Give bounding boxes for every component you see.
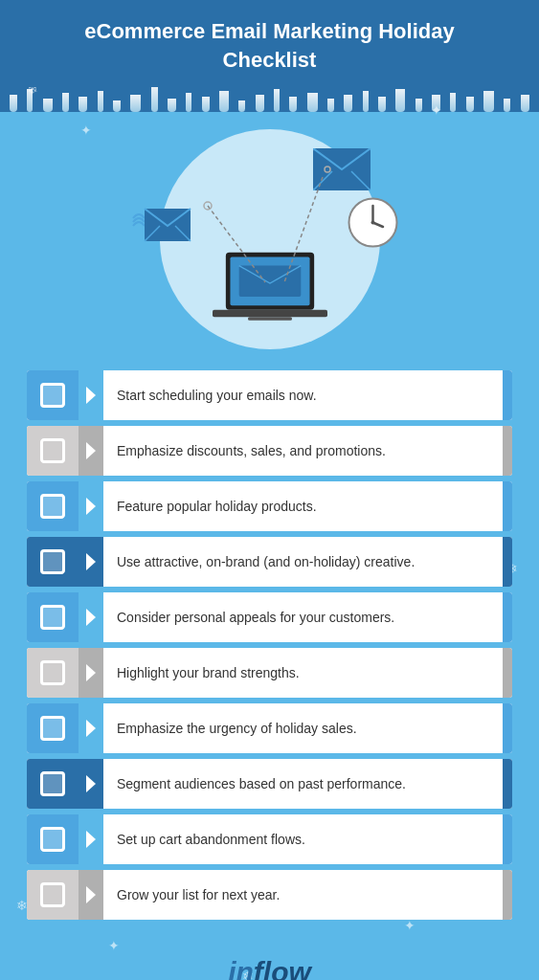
arrow-icon (79, 592, 103, 642)
list-item: Start scheduling your emails now. (27, 370, 512, 420)
checkbox-area[interactable] (27, 370, 79, 420)
checkbox[interactable] (40, 383, 65, 408)
checkbox-area[interactable] (27, 759, 79, 809)
list-item: Emphasize discounts, sales, and promotio… (27, 426, 512, 476)
right-tab (503, 481, 512, 531)
arrow-shape (86, 831, 96, 848)
list-item: Segment audiences based on past performa… (27, 759, 512, 809)
arrow-shape (86, 886, 96, 903)
circle-background (160, 129, 380, 349)
checkbox[interactable] (40, 549, 65, 574)
item-label: Use attractive, on-brand (and on-holiday… (103, 542, 503, 584)
right-tab (503, 870, 512, 920)
checkbox[interactable] (40, 660, 65, 685)
arrow-shape (86, 387, 96, 404)
icicles-top (0, 87, 539, 112)
checkbox[interactable] (40, 882, 65, 907)
arrow-shape (86, 720, 96, 737)
list-item: Use attractive, on-brand (and on-holiday… (27, 537, 512, 587)
svg-line-19 (284, 177, 323, 282)
arrow-shape (86, 609, 96, 626)
right-tab (503, 703, 512, 753)
checkbox[interactable] (40, 438, 65, 463)
checkbox-area[interactable] (27, 648, 79, 698)
checkbox-area[interactable] (27, 481, 79, 531)
arrow-icon (79, 759, 103, 809)
item-label: Consider personal appeals for your custo… (103, 597, 503, 639)
right-tab (503, 537, 512, 587)
item-label: Segment audiences based on past performa… (103, 764, 503, 806)
arrow-shape (86, 775, 96, 792)
right-tab (503, 426, 512, 476)
footer: inflow Attract. Convert. Grow. (0, 941, 539, 980)
brand-logo: inflow (0, 956, 539, 980)
arrow-icon (79, 370, 103, 420)
list-item: Grow your list for next year. (27, 870, 512, 920)
list-item: Set up cart abandonment flows. (27, 814, 512, 864)
list-item: Highlight your brand strengths. (27, 648, 512, 698)
checkbox[interactable] (40, 605, 65, 630)
svg-line-18 (208, 206, 265, 282)
arrow-shape (86, 664, 96, 681)
list-item: Feature popular holiday products. (27, 481, 512, 531)
checkbox-area[interactable] (27, 703, 79, 753)
checkbox-area[interactable] (27, 870, 79, 920)
page-title: eCommerce Email Marketing Holiday Checkl… (38, 17, 501, 74)
checkbox-area[interactable] (27, 426, 79, 476)
checkbox-area[interactable] (27, 537, 79, 587)
checkbox[interactable] (40, 771, 65, 796)
arrow-icon (79, 481, 103, 531)
item-label: Emphasize discounts, sales, and promotio… (103, 431, 503, 473)
item-label: Emphasize the urgency of holiday sales. (103, 708, 503, 750)
right-tab (503, 592, 512, 642)
arrow-icon (79, 426, 103, 476)
illustration-area (0, 112, 539, 359)
header: eCommerce Email Marketing Holiday Checkl… (0, 0, 539, 87)
arrow-icon (79, 814, 103, 864)
checkbox[interactable] (40, 716, 65, 741)
checkbox-area[interactable] (27, 814, 79, 864)
list-item: Emphasize the urgency of holiday sales. (27, 703, 512, 753)
svg-point-21 (325, 167, 330, 172)
arrow-icon (79, 870, 103, 920)
arrow-shape (86, 498, 96, 515)
arrow-shape (86, 553, 96, 570)
right-tab (503, 814, 512, 864)
item-label: Highlight your brand strengths. (103, 653, 503, 695)
arrow-icon (79, 703, 103, 753)
right-tab (503, 370, 512, 420)
right-tab (503, 648, 512, 698)
arrow-icon (79, 537, 103, 587)
checkbox-area[interactable] (27, 592, 79, 642)
item-label: Start scheduling your emails now. (103, 375, 503, 417)
arrow-shape (86, 442, 96, 459)
checklist-container: Start scheduling your emails now. Emphas… (0, 359, 539, 941)
item-label: Grow your list for next year. (103, 875, 503, 917)
list-item: Consider personal appeals for your custo… (27, 592, 512, 642)
item-label: Feature popular holiday products. (103, 486, 503, 528)
right-tab (503, 759, 512, 809)
checkbox[interactable] (40, 827, 65, 852)
arrow-icon (79, 648, 103, 698)
checkbox[interactable] (40, 494, 65, 519)
item-label: Set up cart abandonment flows. (103, 819, 503, 861)
